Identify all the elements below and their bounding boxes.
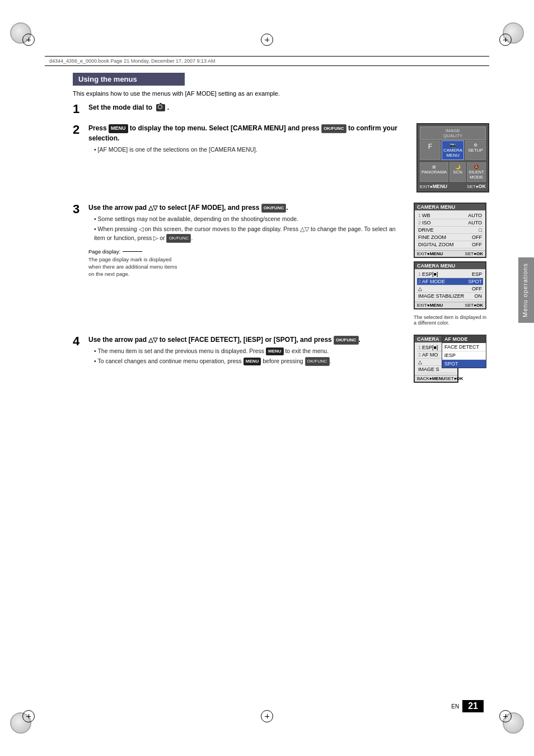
step-1-number: 1 xyxy=(73,103,88,115)
cm3-footer-set: SET●OK xyxy=(445,376,463,381)
step-2-number: 2 xyxy=(73,124,88,136)
ok-key-3b: OK/FUNC xyxy=(166,234,191,243)
sidebar-tab: Menu operations xyxy=(518,257,534,323)
menu-cell-silent: 🔕SILENTMODE xyxy=(467,162,486,182)
cm2-row-delta-val: OFF xyxy=(472,286,482,292)
page-display-text: Page display: xyxy=(88,248,120,255)
menu-key-4a: MENU xyxy=(266,348,284,355)
step-4: 4 Use the arrow pad △▽ to select [FACE D… xyxy=(73,335,489,383)
af-popup-item-face: FACE DETECT xyxy=(442,343,486,351)
arrow-up-3: △▽ xyxy=(148,204,157,211)
step-2-content: Press MENU to display the top menu. Sele… xyxy=(88,123,411,156)
cm2-body: 1ESP[■] ESP 2AF MODE SPOT △ OFF IMAGE ST… xyxy=(415,269,485,302)
menu-key-4b: MENU xyxy=(243,358,261,365)
crosshair-br xyxy=(499,710,512,722)
af-popup-header: AF MODE xyxy=(442,335,486,343)
cm3-footer: BACK●MENU SET●OK xyxy=(415,375,457,382)
page-line-indicator xyxy=(123,251,142,252)
camera-icon xyxy=(156,104,165,111)
cm2-row-afmode: 2AF MODE SPOT xyxy=(417,278,483,285)
selected-note: The selected item is displayed in a diff… xyxy=(414,314,489,326)
cm1-row-wb: 1WB AUTO xyxy=(417,212,483,219)
step-4-content: Use the arrow pad △▽ to select [FACE DET… xyxy=(88,335,407,367)
ok-key-4: OK/FUNC xyxy=(334,336,358,345)
crosshair-bl xyxy=(22,710,35,722)
cm2-row-imgstab: IMAGE STABILIZER ON xyxy=(417,293,483,300)
cm2-footer: EXIT●MENU SET●OK xyxy=(415,302,485,308)
cm2-row-afmode-label: 2AF MODE xyxy=(418,279,445,284)
camera-menu-screen-1: CAMERA MENU 1WB AUTO 2ISO AUTO DRIVE □ xyxy=(414,203,486,258)
main-content: Using the menus This explains how to use… xyxy=(73,73,489,700)
step-3-bullet-2: When pressing ◁ on this screen, the curs… xyxy=(94,225,407,243)
step-3-content: Use the arrow pad △▽ to select [AF MODE]… xyxy=(88,203,407,244)
cm1-row-iso-label: 2ISO xyxy=(418,220,431,226)
menu-cell-setup: ⚙SETUP xyxy=(465,140,486,160)
cm3-footer-back: BACK●MENU xyxy=(417,376,445,381)
step-4-bullet-2: To cancel changes and continue menu oper… xyxy=(94,357,407,366)
crosshair-tm xyxy=(261,34,273,46)
cm2-row-esp-label: 1ESP[■] xyxy=(418,271,438,277)
cm2-row-imgstab-label: IMAGE STABILIZER xyxy=(418,293,464,299)
crosshair-tl xyxy=(22,34,35,46)
section-title: Using the menus xyxy=(73,73,185,86)
menu-cell-scn: 🌙SCN xyxy=(449,162,466,182)
cm1-footer-set: SET●OK xyxy=(465,251,483,256)
step-4-main-text: Use the arrow pad △▽ to select [FACE DET… xyxy=(88,335,407,345)
cm1-row-finezoom-label: FINE ZOOM xyxy=(418,234,446,240)
cm1-row-drive-val: □ xyxy=(479,227,482,233)
arrow-up-4: △▽ xyxy=(148,336,157,343)
cm1-row-wb-val: AUTO xyxy=(468,213,482,218)
step-4-bullet-1: The menu item is set and the previous me… xyxy=(94,347,407,356)
page-display-section: Page display: The page display mark is d… xyxy=(88,248,407,278)
step-1-period: . xyxy=(167,104,169,111)
cm2-row-delta: △ OFF xyxy=(417,285,483,293)
cm1-row-digzoom-val: OFF xyxy=(472,242,482,247)
cm1-row-iso-val: AUTO xyxy=(468,220,482,226)
menu-cell-f: F xyxy=(420,140,441,160)
step-2-bullet-1: [AF MODE] is one of the selections on th… xyxy=(94,145,411,154)
cm1-header: CAMERA MENU xyxy=(415,204,485,210)
step-2-main-text: Press MENU to display the top menu. Sele… xyxy=(88,123,411,143)
top-menu-grid-top: F 📷CAMERAMENU ⚙SETUP xyxy=(420,140,486,160)
step-3-number: 3 xyxy=(73,203,88,215)
ok-key-3: OK/FUNC xyxy=(261,204,286,213)
ok-key-2: OK/FUNC xyxy=(321,124,346,133)
page-display-note: The page display mark is displayed when … xyxy=(88,256,184,278)
cm3-afmo-label: 2AF MO xyxy=(418,352,438,358)
cm2-footer-set: SET●OK xyxy=(465,303,483,308)
top-menu-grid-bottom: ⊞PANORAMA 🌙SCN 🔕SILENTMODE xyxy=(420,162,486,182)
step-2-left: 2 Press MENU to display the top menu. Se… xyxy=(73,123,411,156)
cm1-row-finezoom: FINE ZOOM OFF xyxy=(417,234,483,241)
top-menu-footer: EXIT●MENU SET●OK xyxy=(420,184,486,189)
cm1-row-digzoom-label: DIGITAL ZOOM xyxy=(418,242,454,247)
step-2-screen: IMAGEQUALITY F 📷CAMERAMENU ⚙SETUP ⊞PANOR… xyxy=(416,123,489,192)
header-bar: d4344_4356_e_0000.book Page 21 Monday, D… xyxy=(45,56,489,66)
cm2-row-esp-val: ESP xyxy=(472,271,482,277)
cm3-images-label: IMAGE S xyxy=(418,367,439,372)
cm1-body: 1WB AUTO 2ISO AUTO DRIVE □ FINE ZOOM OFF xyxy=(415,210,485,250)
crosshair-tr xyxy=(499,34,512,46)
cm2-header: CAMERA MENU xyxy=(415,262,485,269)
ok-key-4b: OK/FUNC xyxy=(305,357,330,366)
camera-menu-screen-2: CAMERA MENU 1ESP[■] ESP 2AF MODE SPOT △ … xyxy=(414,261,486,309)
crosshair-bm xyxy=(261,710,273,722)
cm1-row-digzoom: DIGITAL ZOOM OFF xyxy=(417,241,483,248)
cm2-footer-exit: EXIT●MENU xyxy=(417,303,443,308)
menu-cell-camera: 📷CAMERAMENU xyxy=(442,140,464,160)
cm2-row-delta-label: △ xyxy=(418,286,422,292)
step-3-main-text: Use the arrow pad △▽ to select [AF MODE]… xyxy=(88,203,407,213)
cm1-row-iso: 2ISO AUTO xyxy=(417,219,483,227)
page-display-label: Page display: xyxy=(88,248,407,255)
step-3-left: 3 Use the arrow pad △▽ to select [AF MOD… xyxy=(73,203,407,326)
cm1-footer-exit: EXIT●MENU xyxy=(417,251,443,256)
cm1-row-drive: DRIVE □ xyxy=(417,227,483,234)
step-4-left: 4 Use the arrow pad △▽ to select [FACE D… xyxy=(73,335,407,383)
cm3-empty: △ xyxy=(418,359,422,365)
cm2-row-esp: 1ESP[■] ESP xyxy=(417,271,483,278)
page-number: 21 xyxy=(462,700,484,712)
cm3-esp-label: 1ESP[■] xyxy=(418,345,438,350)
intro-text: This explains how to use the menus with … xyxy=(73,90,489,97)
menu-key-2: MENU xyxy=(109,124,128,133)
step-3-screens: CAMERA MENU 1WB AUTO 2ISO AUTO DRIVE □ xyxy=(414,203,489,326)
cm2-row-imgstab-val: ON xyxy=(475,293,483,299)
